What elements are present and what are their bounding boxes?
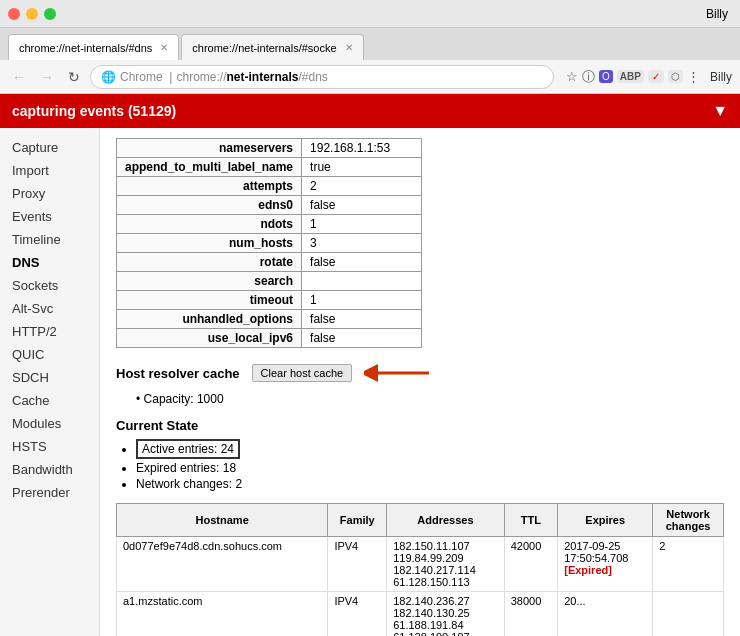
tab-dns-close[interactable]: ✕ [160, 42, 168, 53]
sidebar-item-capture[interactable]: Capture [0, 136, 99, 159]
capacity-info: • Capacity: 1000 [136, 392, 724, 406]
maximize-button[interactable] [44, 8, 56, 20]
config-value [302, 272, 422, 291]
clear-cache-button[interactable]: Clear host cache [252, 364, 353, 382]
col-expires: Expires [558, 504, 653, 537]
col-ttl: TTL [504, 504, 558, 537]
back-button[interactable]: ← [8, 67, 30, 87]
config-key: ndots [117, 215, 302, 234]
menu-icon[interactable]: ⋮ [687, 69, 700, 84]
config-value: 3 [302, 234, 422, 253]
extension1-icon[interactable]: O [599, 70, 613, 83]
sidebar-item-events[interactable]: Events [0, 205, 99, 228]
table-row: rotate false [117, 253, 422, 272]
sidebar-item-http2[interactable]: HTTP/2 [0, 320, 99, 343]
sidebar-item-modules[interactable]: Modules [0, 412, 99, 435]
nav-bar: ← → ↻ 🌐 Chrome | chrome://net-internals/… [0, 60, 740, 94]
table-row: 0d077ef9e74d8.cdn.sohucs.com IPV4 182.15… [117, 537, 724, 592]
config-key: use_local_ipv6 [117, 329, 302, 348]
config-value: 2 [302, 177, 422, 196]
tab-dns-label: chrome://net-internals/#dns [19, 42, 152, 54]
config-value: false [302, 329, 422, 348]
tab-sockets-close[interactable]: ✕ [345, 42, 353, 53]
reload-button[interactable]: ↻ [64, 67, 84, 87]
sidebar-item-bandwidth[interactable]: Bandwidth [0, 458, 99, 481]
close-button[interactable] [8, 8, 20, 20]
col-family: Family [328, 504, 387, 537]
entry-hostname: 0d077ef9e74d8.cdn.sohucs.com [117, 537, 328, 592]
sidebar-item-timeline[interactable]: Timeline [0, 228, 99, 251]
col-addresses: Addresses [387, 504, 504, 537]
table-row: a1.mzstatic.com IPV4 182.140.236.27182.1… [117, 592, 724, 637]
col-hostname: Hostname [117, 504, 328, 537]
table-row: edns0 false [117, 196, 422, 215]
config-value: false [302, 196, 422, 215]
forward-button[interactable]: → [36, 67, 58, 87]
info-icon[interactable]: ⓘ [582, 68, 595, 86]
sidebar-item-dns[interactable]: DNS [0, 251, 99, 274]
minimize-button[interactable] [26, 8, 38, 20]
sidebar: Capture Import Proxy Events Timeline DNS… [0, 128, 100, 636]
sidebar-item-import[interactable]: Import [0, 159, 99, 182]
entry-addresses: 182.150.11.107119.84.99.209182.140.217.1… [387, 537, 504, 592]
capacity-bullet: • [136, 392, 144, 406]
table-row: search [117, 272, 422, 291]
tab-sockets-label: chrome://net-internals/#socke [192, 42, 336, 54]
sidebar-item-prerender[interactable]: Prerender [0, 481, 99, 504]
content-area: nameservers 192.168.1.1:53 append_to_mul… [100, 128, 740, 636]
config-value: false [302, 253, 422, 272]
entry-family: IPV4 [328, 537, 387, 592]
entries-list: Active entries: 24 Expired entries: 18 N… [136, 439, 724, 491]
entry-expires: 2017-09-2517:50:54.708 [Expired] [558, 537, 653, 592]
table-row: num_hosts 3 [117, 234, 422, 253]
window-controls[interactable] [8, 8, 56, 20]
sidebar-item-alt-svc[interactable]: Alt-Svc [0, 297, 99, 320]
config-key: unhandled_options [117, 310, 302, 329]
address-bar[interactable]: 🌐 Chrome | chrome://net-internals/#dns [90, 65, 554, 89]
config-key: num_hosts [117, 234, 302, 253]
entry-network-changes [653, 592, 724, 637]
sidebar-item-proxy[interactable]: Proxy [0, 182, 99, 205]
config-key: search [117, 272, 302, 291]
config-value: 1 [302, 291, 422, 310]
capture-banner: capturing events (51129) ▼ [0, 94, 740, 128]
active-entries-badge: Active entries: 24 [136, 439, 240, 459]
banner-arrow-icon: ▼ [712, 102, 728, 120]
bookmark-icon[interactable]: ☆ [566, 69, 578, 84]
config-value: true [302, 158, 422, 177]
config-value: false [302, 310, 422, 329]
table-row: attempts 2 [117, 177, 422, 196]
sidebar-item-hsts[interactable]: HSTS [0, 435, 99, 458]
current-state-header: Current State [116, 418, 724, 433]
table-row: unhandled_options false [117, 310, 422, 329]
table-row: append_to_multi_label_name true [117, 158, 422, 177]
extension4-icon[interactable]: ⬡ [668, 70, 683, 83]
dns-config-table: nameservers 192.168.1.1:53 append_to_mul… [116, 138, 422, 348]
config-key: edns0 [117, 196, 302, 215]
extension3-icon[interactable]: ✓ [648, 70, 664, 83]
table-row: ndots 1 [117, 215, 422, 234]
address-secure-icon: 🌐 [101, 70, 116, 84]
sidebar-item-sdch[interactable]: SDCH [0, 366, 99, 389]
entry-addresses: 182.140.236.27182.140.130.2561.188.191.8… [387, 592, 504, 637]
config-key: timeout [117, 291, 302, 310]
table-row: use_local_ipv6 false [117, 329, 422, 348]
tab-sockets[interactable]: chrome://net-internals/#socke ✕ [181, 34, 363, 60]
entry-ttl: 38000 [504, 592, 558, 637]
config-key: rotate [117, 253, 302, 272]
dns-entries-table: Hostname Family Addresses TTL Expires Ne… [116, 503, 724, 636]
sidebar-item-cache[interactable]: Cache [0, 389, 99, 412]
sidebar-item-quic[interactable]: QUIC [0, 343, 99, 366]
tabs-bar: chrome://net-internals/#dns ✕ chrome://n… [0, 28, 740, 60]
user-label: Billy [710, 70, 732, 84]
sidebar-item-sockets[interactable]: Sockets [0, 274, 99, 297]
nav-icons: ☆ ⓘ O ABP ✓ ⬡ ⋮ [566, 68, 700, 86]
user-name: Billy [706, 7, 728, 21]
host-resolver-header: Host resolver cache Clear host cache [116, 362, 724, 384]
tab-dns[interactable]: chrome://net-internals/#dns ✕ [8, 34, 179, 60]
host-resolver-label: Host resolver cache [116, 366, 240, 381]
list-item-expired: Expired entries: 18 [136, 461, 724, 475]
extension2-icon[interactable]: ABP [617, 70, 644, 83]
red-arrow-icon [364, 362, 434, 384]
entry-expires: 20... [558, 592, 653, 637]
